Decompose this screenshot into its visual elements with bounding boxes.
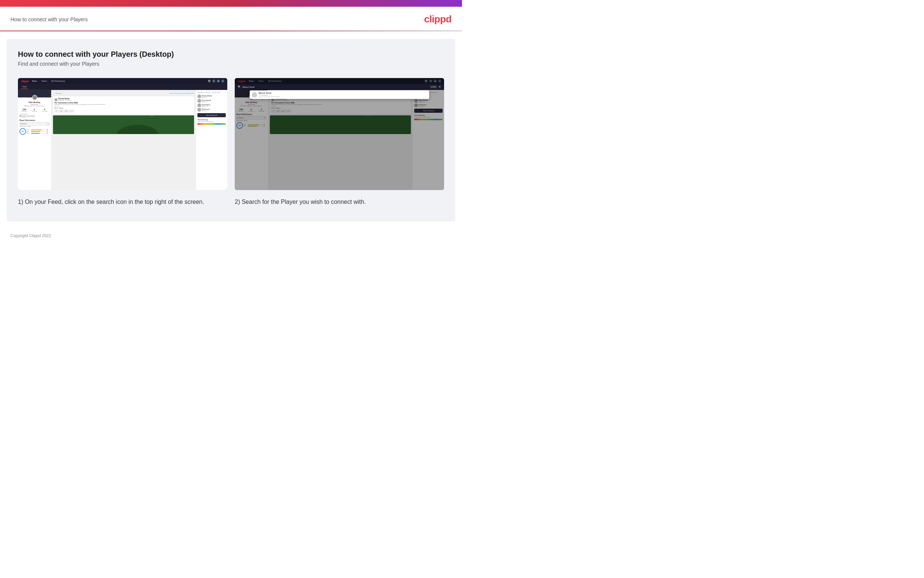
mini-search-bar: 🔍 Marcus Turner CLEAR ✕ xyxy=(235,84,444,89)
screenshot-2: clippd Home Teams My Performance 🔍 👤 ⚙ 👤 xyxy=(235,78,444,190)
mini-active-players-title: Most Active Players - Last 30 days xyxy=(197,91,226,93)
mini-profile-panel: Blair McHarg Golf Coach Mill Ride Golf C… xyxy=(18,90,52,190)
mini-stat-label-activities: Activities xyxy=(22,110,27,112)
mini-nav-icons: 🔍 👤 ⚙ 👤 xyxy=(208,80,224,83)
tag-app: APP xyxy=(59,110,64,112)
page-title: How to connect with your Players xyxy=(10,16,88,23)
mini-activity-card: Richard Butler Yesterday · The Grove Pre… xyxy=(53,96,194,114)
mini-acts-piers: Activities: 4 xyxy=(202,101,226,103)
mini-bar-ott: OTT 79 xyxy=(27,129,50,131)
mini-nav-performance: My Performance xyxy=(50,80,66,83)
mini-acts-eli: Activities: 1 xyxy=(202,110,226,112)
mini-active-player-2: Piers Parnell Activities: 4 xyxy=(197,99,226,103)
mini-avatar-piers xyxy=(197,99,201,103)
mini-stat-activities: 129 Activities xyxy=(22,108,27,112)
settings-icon-1: ⚙ xyxy=(217,80,220,83)
tag-ott: OTT xyxy=(55,110,59,112)
mini-nav-teams: Teams xyxy=(40,80,48,83)
mini-activity-header: Richard Butler Yesterday · The Grove xyxy=(55,98,193,101)
panel-1-description: 1) On your Feed, click on the search ico… xyxy=(18,198,227,206)
mini-activity-desc: Walking the course with my coach to buil… xyxy=(55,104,193,105)
mini-avatar-hiral xyxy=(197,104,201,107)
close-icon[interactable]: ✕ xyxy=(439,85,441,88)
section-title: How to connect with your Players (Deskto… xyxy=(18,50,444,58)
footer: Copyright Clippd 2022 xyxy=(0,229,462,242)
mini-logo-1: clippd xyxy=(21,80,29,83)
mini-avatar-richard xyxy=(197,94,201,98)
mini-heatmap-bar xyxy=(197,123,226,125)
mini-nav-1: clippd Home Teams My Performance 🔍 👤 ⚙ 👤 xyxy=(18,78,227,84)
mini-acts-richard: Activities: 7 xyxy=(202,97,226,98)
panel-1: clippd Home Teams My Performance 🔍 👤 ⚙ 👤 xyxy=(18,78,227,206)
mini-following-btn[interactable]: Following ▾ xyxy=(53,91,63,95)
mini-latest-act-date: 27 Jul 2022 xyxy=(19,117,50,119)
mini-bar-arg: ARG 61 xyxy=(27,133,50,134)
mini-profile-avatar xyxy=(32,95,37,100)
panel-2-description: 2) Search for the Player you wish to con… xyxy=(235,198,444,206)
mini-player-dropdown[interactable]: Eli Vincent ▾ xyxy=(19,122,50,125)
search-result: Marcus Turner 1-5 Handicap Cypress Point… xyxy=(250,90,429,99)
mini-duration-value: 02 hr : 00 min xyxy=(55,107,193,109)
mini-quality-label: Total Player Quality xyxy=(19,126,50,127)
mini-tab-feed: Feed xyxy=(21,85,28,89)
section-subtitle: Find and connect with your Players xyxy=(18,61,444,67)
tag-arg: ARG xyxy=(64,110,69,112)
mini-acts-hiral: Activities: 3 xyxy=(202,106,226,107)
mini-tags: OTT APP ARG PUTT xyxy=(55,110,193,112)
panels: clippd Home Teams My Performance 🔍 👤 ⚙ 👤 xyxy=(18,78,444,206)
mini-active-player-1: Richard Butler Activities: 7 xyxy=(197,94,226,98)
mini-activity-date: Yesterday · The Grove xyxy=(58,100,71,101)
mini-following-row: Following ▾ Control who can see your act… xyxy=(53,91,194,95)
mini-info-hiral: Hiral Pujara Activities: 3 xyxy=(202,104,226,107)
mini-stat-following: 4 Following xyxy=(42,108,47,112)
mini-avatar-eli xyxy=(197,108,201,112)
search-overlay: 🔍 Marcus Turner CLEAR ✕ Marcus Turner 1-… xyxy=(235,84,444,100)
mini-active-players-panel: Most Active Players - Last 30 days Richa… xyxy=(196,90,227,190)
mini-feed-tab: Feed xyxy=(18,84,227,90)
result-avatar xyxy=(252,92,257,97)
mini-heatmap-subtitle: Player Quality - 20 Round Trend xyxy=(197,121,226,122)
mini-info-piers: Piers Parnell Activities: 4 xyxy=(202,99,226,103)
mini-stat-followers: 3 Followers xyxy=(32,108,37,112)
mini-score-circle: 84 xyxy=(19,128,26,135)
mini-player-dropdown-name: Eli Vincent xyxy=(21,123,26,125)
mini-profile-banner xyxy=(18,90,51,97)
logo: clippd xyxy=(424,13,451,25)
mini-stats: 129 Activities 3 Followers 4 Following xyxy=(19,108,50,112)
mini-active-player-3: Hiral Pujara Activities: 3 xyxy=(197,104,226,107)
mini-feed-panel: Following ▾ Control who can see your act… xyxy=(52,90,196,190)
mini-profile-club: Mill Ride Golf Club, United Kingdom xyxy=(19,105,50,107)
screenshot-1: clippd Home Teams My Performance 🔍 👤 ⚙ 👤 xyxy=(18,78,227,190)
main-content: How to connect with your Players (Deskto… xyxy=(7,39,455,221)
mini-active-player-4: Eli Vincent Activities: 1 xyxy=(197,108,226,112)
avatar-icon-1: 👤 xyxy=(221,80,224,83)
search-input-text[interactable]: Marcus Turner xyxy=(243,86,429,88)
search-magnifier-icon: 🔍 xyxy=(238,86,241,88)
chevron-icon: ▾ xyxy=(61,92,62,94)
result-info: Marcus Turner 1-5 Handicap Cypress Point… xyxy=(259,92,280,97)
mini-team-dashboard-btn[interactable]: Team Dashboard xyxy=(197,113,226,117)
mini-profile-info: Blair McHarg Golf Coach Mill Ride Golf C… xyxy=(19,101,50,107)
header-divider xyxy=(0,31,462,31)
mini-info-richard: Richard Butler Activities: 7 xyxy=(202,95,226,98)
mini-body-1: Blair McHarg Golf Coach Mill Ride Golf C… xyxy=(18,90,227,190)
top-gradient-bar xyxy=(0,0,462,7)
chevron-down-icon: ▾ xyxy=(48,123,49,125)
mini-bar-app: APP 70 xyxy=(27,131,50,132)
tag-putt: PUTT xyxy=(70,110,74,112)
mini-app-1: clippd Home Teams My Performance 🔍 👤 ⚙ 👤 xyxy=(18,78,227,190)
user-icon-1: 👤 xyxy=(212,80,215,83)
copyright: Copyright Clippd 2022 xyxy=(10,233,51,238)
mini-activity-avatar xyxy=(55,98,57,101)
search-icon-1[interactable]: 🔍 xyxy=(208,80,211,83)
mini-stat-label-followers: Followers xyxy=(32,110,37,112)
mini-nav-home: Home xyxy=(31,80,38,83)
mini-stat-label-following: Following xyxy=(42,110,47,112)
mini-control-link[interactable]: Control who can see your activity and da… xyxy=(170,93,194,94)
header: How to connect with your Players clippd xyxy=(0,7,462,31)
clear-button[interactable]: CLEAR xyxy=(430,86,437,88)
mini-player-perf-header: Player Performance xyxy=(19,120,50,121)
panel-2: clippd Home Teams My Performance 🔍 👤 ⚙ 👤 xyxy=(235,78,444,206)
result-club: Cypress Point Club, United Kingdom xyxy=(259,96,280,97)
mini-info-eli: Eli Vincent Activities: 1 xyxy=(202,108,226,112)
